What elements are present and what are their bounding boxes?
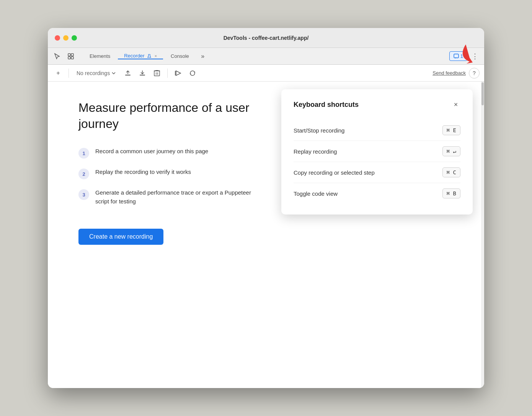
tab-close-icon[interactable]: ×: [155, 54, 157, 58]
tab-bar: Elements Recorder × Console »: [48, 48, 484, 65]
tab-recorder[interactable]: Recorder ×: [118, 53, 163, 59]
more-tabs-icon[interactable]: »: [197, 50, 209, 62]
shortcut-key-0: ⌘ E: [442, 125, 460, 135]
maximize-traffic-light[interactable]: [72, 35, 77, 41]
shortcut-row-toggle: Toggle code view ⌘ B: [294, 183, 460, 204]
send-feedback-link[interactable]: Send feedback: [432, 70, 466, 76]
loop-icon: [189, 70, 196, 77]
add-recording-button[interactable]: +: [52, 67, 64, 79]
export-icon: [124, 70, 131, 77]
svg-rect-7: [140, 75, 145, 75]
svg-rect-0: [68, 54, 70, 56]
shortcut-label-3: Toggle code view: [294, 190, 338, 197]
step-text-3: Generate a detailed performance trace or…: [95, 188, 256, 206]
shortcut-row-replay: Replay recording ⌘ ↵: [294, 141, 460, 162]
scrollbar-thumb: [481, 82, 484, 105]
content-area: Measure performance of a user journey 1 …: [48, 82, 484, 388]
step-text-2: Replay the recording to verify it works: [95, 168, 191, 177]
shortcut-label-2: Copy recording or selected step: [294, 169, 375, 176]
step-text-1: Record a common user journey on this pag…: [95, 147, 208, 156]
shortcut-row-start-stop: Start/Stop recording ⌘ E: [294, 120, 460, 141]
svg-rect-3: [71, 57, 73, 59]
tab-console[interactable]: Console: [165, 53, 195, 59]
toolbar: + No recordings: [48, 65, 484, 82]
cursor-icon[interactable]: [51, 50, 63, 62]
title-bar: DevTools - coffee-cart.netlify.app/: [48, 28, 484, 48]
toolbar-divider-2: [167, 69, 168, 78]
svg-rect-1: [71, 54, 73, 56]
step-number-2: 2: [78, 169, 89, 179]
shortcuts-panel: Keyboard shortcuts × Start/Stop recordin…: [281, 89, 473, 215]
minimize-traffic-light[interactable]: [63, 35, 69, 41]
shortcut-label-0: Start/Stop recording: [294, 127, 344, 134]
scrollbar[interactable]: [481, 82, 484, 388]
export-button[interactable]: [122, 67, 134, 79]
chevron-down-icon: [111, 71, 116, 75]
svg-rect-5: [454, 54, 459, 58]
shortcuts-header: Keyboard shortcuts ×: [294, 100, 460, 109]
svg-rect-8: [154, 71, 160, 76]
delete-button[interactable]: [151, 67, 163, 79]
shortcuts-close-button[interactable]: ×: [451, 100, 460, 109]
create-recording-button[interactable]: Create a new recording: [78, 229, 163, 245]
shortcut-row-copy: Copy recording or selected step ⌘ C: [294, 162, 460, 183]
import-button[interactable]: [137, 67, 148, 79]
shortcut-key-1: ⌘ ↵: [442, 146, 460, 156]
shortcut-label-1: Replay recording: [294, 148, 337, 155]
notification-button[interactable]: 1: [449, 51, 467, 61]
tab-bar-left: Elements Recorder × Console »: [51, 48, 209, 64]
play-icon: [175, 70, 181, 77]
close-traffic-light[interactable]: [55, 35, 60, 41]
recorder-flask-icon: [147, 54, 152, 58]
chat-icon: [454, 54, 459, 59]
tab-elements[interactable]: Elements: [83, 53, 116, 59]
import-icon: [139, 70, 146, 77]
svg-rect-6: [125, 75, 131, 75]
step-number-3: 3: [78, 189, 89, 200]
shortcut-key-2: ⌘ C: [442, 167, 460, 177]
svg-rect-2: [68, 57, 70, 59]
help-button[interactable]: ?: [469, 68, 480, 79]
replay-button[interactable]: [172, 67, 184, 79]
loop-button[interactable]: [187, 67, 198, 79]
devtools-window: DevTools - coffee-cart.netlify.app/ Elem…: [48, 28, 484, 388]
traffic-lights: [55, 35, 77, 41]
step-number-1: 1: [78, 148, 89, 159]
shortcut-key-3: ⌘ B: [442, 188, 460, 198]
shortcuts-title: Keyboard shortcuts: [294, 101, 359, 109]
layers-icon[interactable]: [65, 50, 77, 62]
toolbar-divider-1: [69, 69, 69, 78]
recording-selector[interactable]: No recordings: [73, 69, 119, 78]
main-title: Measure performance of a user journey: [78, 100, 270, 132]
more-options-icon[interactable]: ⋮: [469, 50, 481, 62]
tab-bar-right: 1 ⋮: [449, 48, 481, 64]
window-title: DevTools - coffee-cart.netlify.app/: [224, 35, 309, 41]
delete-icon: [154, 70, 160, 77]
